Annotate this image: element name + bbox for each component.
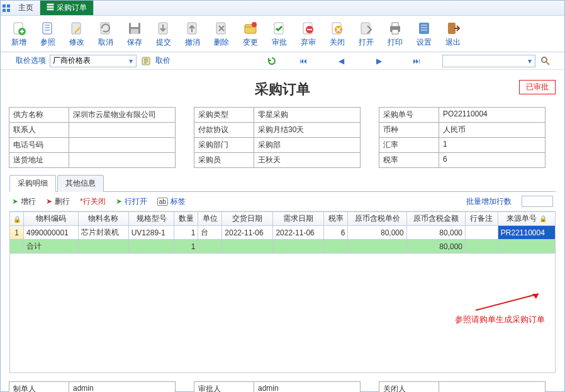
tag-button[interactable]: ab标签 xyxy=(157,196,186,207)
col-header-0[interactable]: 🔒 xyxy=(10,212,24,226)
svg-rect-1 xyxy=(7,4,10,8)
source-order-cell[interactable]: PR22110004 xyxy=(498,226,555,240)
svg-rect-10 xyxy=(43,23,52,34)
col-header-7[interactable]: 需求日期 xyxy=(273,212,324,226)
print-icon xyxy=(381,20,409,37)
svg-point-36 xyxy=(542,57,547,62)
approve-button[interactable]: 审批 xyxy=(265,18,294,50)
svg-point-20 xyxy=(252,22,257,27)
nav-last-icon[interactable]: ⏭ xyxy=(411,55,422,67)
svg-line-35 xyxy=(546,62,549,65)
price-list-combo[interactable]: ▾ xyxy=(50,55,137,67)
order-label-0: 采购单号 xyxy=(379,107,439,123)
col-header-6[interactable]: 交货日期 xyxy=(222,212,273,226)
purchase-value-3[interactable]: 王秋天 xyxy=(254,152,361,168)
fetch-price-button[interactable]: 取价 xyxy=(155,55,171,66)
nav-first-icon[interactable]: ⏮ xyxy=(298,55,309,67)
chevron-down-icon[interactable]: ▾ xyxy=(525,57,535,65)
supplier-value-1[interactable] xyxy=(69,122,176,138)
order-label-1: 币种 xyxy=(379,122,439,138)
table-row[interactable]: 14990000001芯片封装机UV1289-11台2022-11-062022… xyxy=(10,226,556,240)
col-header-12[interactable]: 来源单号 🔒 xyxy=(498,212,555,226)
header-form: 供方名称深圳市云星物业有限公司联系人电话号码送货地址 采购类型零星采购付款协议采… xyxy=(9,108,556,168)
edit-button[interactable]: 修改 xyxy=(62,18,91,50)
svg-rect-2 xyxy=(3,9,6,12)
svg-rect-7 xyxy=(47,9,53,10)
refresh-icon[interactable] xyxy=(266,55,277,67)
purchase-value-1[interactable]: 采购月结30天 xyxy=(254,122,361,138)
close-line-button[interactable]: *行关闭 xyxy=(80,196,106,207)
subtab-detail[interactable]: 采购明细 xyxy=(9,175,56,192)
del-line-button[interactable]: ➤删行 xyxy=(46,196,70,207)
col-header-11[interactable]: 行备注 xyxy=(466,212,498,226)
order-value-0[interactable]: PO22110004 xyxy=(439,107,545,123)
svg-rect-3 xyxy=(7,9,10,12)
col-header-5[interactable]: 单位 xyxy=(198,212,222,226)
svg-rect-14 xyxy=(131,23,138,27)
cancel-button[interactable]: 取消 xyxy=(91,18,120,50)
open-button[interactable]: 打开 xyxy=(352,18,381,50)
fetch-price-icon[interactable] xyxy=(140,55,152,67)
change-icon xyxy=(237,20,264,37)
purchase-label-2: 采购部门 xyxy=(194,137,254,153)
main-toolbar: 新增参照修改取消保存提交撤消删除变更审批弃审关闭打开打印设置退出 xyxy=(1,16,564,52)
new-button[interactable]: 新增 xyxy=(4,18,33,50)
subtab-other[interactable]: 其他信息 xyxy=(57,175,104,192)
batch-add-input[interactable] xyxy=(522,196,553,207)
price-list-input[interactable] xyxy=(50,55,126,67)
tab-purchase-order[interactable]: 采购订单 xyxy=(40,1,94,15)
chevron-down-icon[interactable]: ▾ xyxy=(126,57,136,65)
nav-prev-icon[interactable]: ◀ xyxy=(335,55,347,67)
order-value-2[interactable]: 1 xyxy=(439,137,545,153)
col-header-9[interactable]: 原币含税单价 xyxy=(348,212,406,226)
col-header-4[interactable]: 数量 xyxy=(174,212,198,226)
edit-icon xyxy=(63,20,91,37)
approver-value-0[interactable]: admin xyxy=(254,381,361,392)
order-value-1[interactable]: 人民币 xyxy=(439,122,545,138)
add-line-button[interactable]: ➤增行 xyxy=(12,196,36,207)
total-row: 合计180,000 xyxy=(10,240,556,254)
submit-button[interactable]: 提交 xyxy=(149,18,178,50)
tab-home[interactable]: 主页 xyxy=(12,1,40,15)
supplier-value-3[interactable] xyxy=(69,152,176,168)
close-button[interactable]: 关闭 xyxy=(323,18,352,50)
change-button[interactable]: 变更 xyxy=(236,18,265,50)
save-button[interactable]: 保存 xyxy=(120,18,149,50)
nav-next-icon[interactable]: ▶ xyxy=(373,55,384,67)
supplier-value-2[interactable] xyxy=(69,137,176,153)
order-label-3: 税率 xyxy=(379,152,439,168)
open-line-button[interactable]: ➤行打开 xyxy=(116,196,147,207)
search-combo[interactable]: ▾ xyxy=(442,55,535,67)
status-badge: 已审批 xyxy=(519,80,556,94)
minus-icon: ➤ xyxy=(46,197,52,206)
closer-value-0[interactable] xyxy=(439,381,545,392)
col-header-8[interactable]: 税率 xyxy=(324,212,348,226)
ref-button[interactable]: 参照 xyxy=(33,18,62,50)
reject-button[interactable]: 弃审 xyxy=(294,18,323,50)
approve-icon xyxy=(266,20,293,37)
app-icon xyxy=(1,1,12,15)
exit-button[interactable]: 退出 xyxy=(439,18,467,50)
col-header-3[interactable]: 规格型号 xyxy=(128,212,174,226)
revoke-button[interactable]: 撤消 xyxy=(178,18,207,50)
col-header-2[interactable]: 物料名称 xyxy=(79,212,128,226)
cancel-icon xyxy=(92,20,120,37)
supplier-value-0[interactable]: 深圳市云星物业有限公司 xyxy=(69,107,176,123)
purchase-value-2[interactable]: 采购部 xyxy=(254,137,361,153)
print-button[interactable]: 打印 xyxy=(381,18,410,50)
page-title: 采购订单 xyxy=(255,80,310,99)
search-input[interactable] xyxy=(443,55,525,67)
grid-empty-area: 参照请购单生成采购订单 xyxy=(9,254,556,373)
col-header-1[interactable]: 物料编码 xyxy=(24,212,79,226)
annotation-text: 参照请购单生成采购订单 xyxy=(455,291,545,325)
settings-button[interactable]: 设置 xyxy=(410,18,439,50)
delete-button[interactable]: 删除 xyxy=(207,18,236,50)
purchase-value-0[interactable]: 零星采购 xyxy=(254,107,361,123)
line-toolbar: ➤增行 ➤删行 *行关闭 ➤行打开 ab标签 批量增加行数 xyxy=(9,192,556,211)
order-value-3[interactable]: 6 xyxy=(439,152,545,168)
purchase-label-0: 采购类型 xyxy=(194,107,254,123)
col-header-10[interactable]: 原币含税金额 xyxy=(406,212,465,226)
search-icon[interactable] xyxy=(539,55,552,67)
creator-value-0[interactable]: admin xyxy=(69,381,176,392)
delete-icon xyxy=(208,20,235,37)
